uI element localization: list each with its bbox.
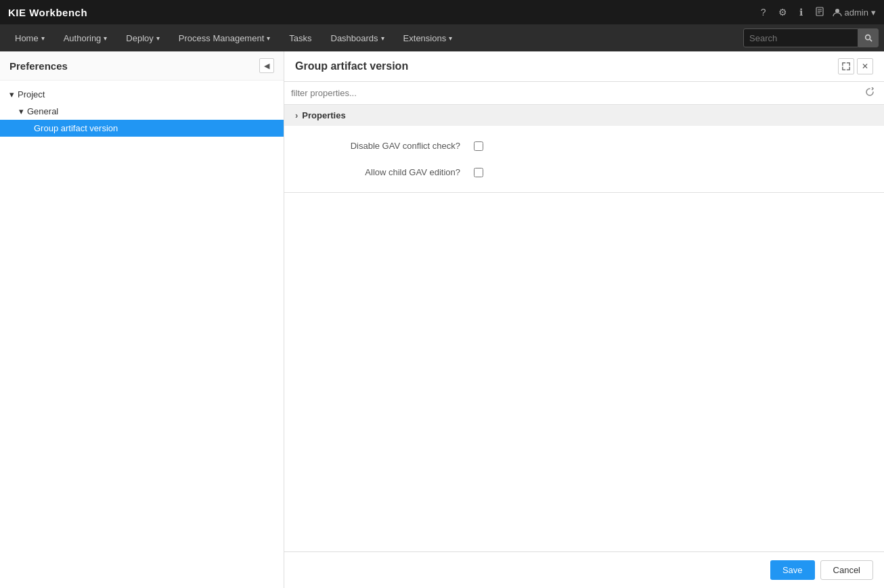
user-caret: ▾ xyxy=(871,7,876,18)
general-expand-icon: ▾ xyxy=(19,106,24,116)
properties-body: Disable GAV conflict check? Allow child … xyxy=(284,126,884,192)
extensions-caret: ▾ xyxy=(449,35,452,42)
nav-home[interactable]: Home ▾ xyxy=(5,24,54,51)
disable-gav-checkbox[interactable] xyxy=(474,141,483,151)
sidebar-item-general[interactable]: ▾ General xyxy=(0,103,284,120)
svg-point-5 xyxy=(866,35,870,40)
property-row-allow-child-gav: Allow child GAV edition? xyxy=(284,159,884,185)
nav-dashboards[interactable]: Dashboards ▾ xyxy=(322,24,394,51)
search-area xyxy=(743,28,879,47)
settings-icon[interactable]: ⚙ xyxy=(774,4,791,20)
filter-bar xyxy=(284,82,884,105)
sidebar-collapse-button[interactable]: ◀ xyxy=(259,58,274,73)
properties-expand-icon: › xyxy=(295,110,298,120)
info-icon[interactable]: ℹ xyxy=(795,4,807,20)
cancel-button[interactable]: Cancel xyxy=(820,560,873,580)
svg-line-6 xyxy=(870,39,872,41)
top-bar-right: ? ⚙ ℹ admin ▾ xyxy=(757,4,876,21)
nav-deploy[interactable]: Deploy ▾ xyxy=(116,24,169,51)
properties-header[interactable]: › Properties xyxy=(284,105,884,126)
doc-icon[interactable] xyxy=(811,4,828,21)
main-layout: Preferences ◀ ▾ Project ▾ General Group … xyxy=(0,51,884,588)
content-scroll: › Properties Disable GAV conflict check?… xyxy=(284,82,884,551)
filter-refresh-button[interactable] xyxy=(862,86,877,100)
nav-tasks[interactable]: Tasks xyxy=(280,24,321,51)
content-area: Group artifact version ✕ › Properti xyxy=(284,51,884,588)
top-bar: KIE Workbench ? ⚙ ℹ admin ▾ xyxy=(0,0,884,24)
svg-point-4 xyxy=(835,9,839,13)
allow-child-gav-label: Allow child GAV edition? xyxy=(325,167,460,177)
sidebar-item-group-artifact-version[interactable]: Group artifact version xyxy=(0,120,284,137)
filter-input[interactable] xyxy=(291,88,862,98)
search-input[interactable] xyxy=(743,28,858,47)
sidebar-header: Preferences ◀ xyxy=(0,51,284,81)
property-row-disable-gav: Disable GAV conflict check? xyxy=(284,133,884,159)
disable-gav-label: Disable GAV conflict check? xyxy=(325,141,460,151)
expand-button[interactable] xyxy=(838,58,854,74)
properties-label: Properties xyxy=(302,110,345,120)
content-footer: Save Cancel xyxy=(284,551,884,588)
nav-authoring[interactable]: Authoring ▾ xyxy=(54,24,117,51)
sidebar-tree: ▾ Project ▾ General Group artifact versi… xyxy=(0,81,284,588)
properties-section: › Properties Disable GAV conflict check?… xyxy=(284,105,884,193)
save-button[interactable]: Save xyxy=(770,560,815,580)
content-title: Group artifact version xyxy=(295,60,408,72)
deploy-caret: ▾ xyxy=(156,35,160,42)
allow-child-gav-checkbox[interactable] xyxy=(474,168,483,177)
project-expand-icon: ▾ xyxy=(9,89,14,99)
process-caret: ▾ xyxy=(267,35,270,42)
search-button[interactable] xyxy=(858,28,879,47)
help-icon[interactable]: ? xyxy=(757,4,770,20)
user-menu[interactable]: admin ▾ xyxy=(833,7,876,18)
home-caret: ▾ xyxy=(41,35,45,42)
sidebar: Preferences ◀ ▾ Project ▾ General Group … xyxy=(0,51,284,588)
close-button[interactable]: ✕ xyxy=(857,58,873,74)
nav-process-management[interactable]: Process Management ▾ xyxy=(169,24,280,51)
nav-bar: Home ▾ Authoring ▾ Deploy ▾ Process Mana… xyxy=(0,24,884,51)
sidebar-item-project[interactable]: ▾ Project xyxy=(0,86,284,103)
user-name: admin xyxy=(845,7,868,18)
sidebar-title: Preferences xyxy=(9,60,68,72)
content-header-actions: ✕ xyxy=(838,58,873,74)
nav-extensions[interactable]: Extensions ▾ xyxy=(394,24,462,51)
authoring-caret: ▾ xyxy=(104,35,107,42)
dashboards-caret: ▾ xyxy=(381,35,384,42)
content-header: Group artifact version ✕ xyxy=(284,51,884,82)
app-brand: KIE Workbench xyxy=(8,7,87,18)
